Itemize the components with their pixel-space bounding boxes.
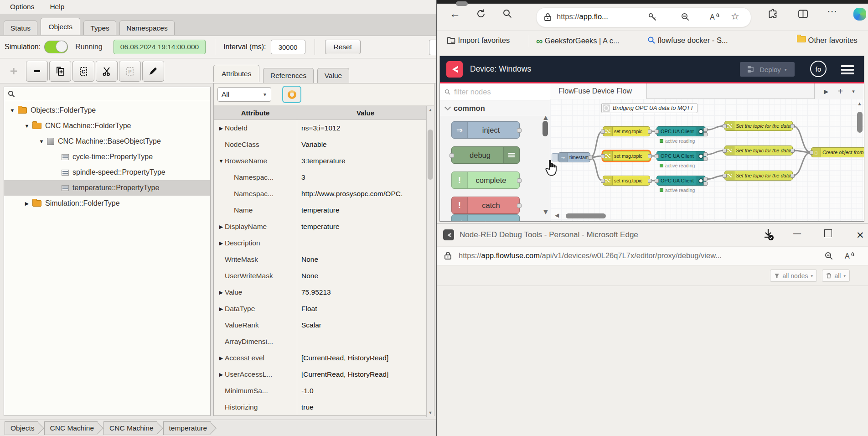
table-row[interactable]: ▶DataTypeFloat xyxy=(214,301,434,317)
input-port[interactable] xyxy=(450,153,454,158)
input-port[interactable] xyxy=(723,174,727,178)
favorite-flowfuse-docker[interactable]: flowfuse docker - S... xyxy=(647,36,728,45)
flow-node-set-msg-topic-3[interactable]: set msg.topic xyxy=(603,176,650,186)
tree-item-spindle-speed[interactable]: spindle-speed::PropertyType xyxy=(4,165,210,180)
palette-scroll-down[interactable]: ▼ xyxy=(542,208,548,216)
canvas-hscroll-thumb[interactable] xyxy=(566,213,606,218)
palette-search[interactable]: filter nodes xyxy=(440,83,550,100)
expander-icon[interactable]: ▶ xyxy=(23,201,31,207)
split-screen-icon[interactable] xyxy=(798,9,808,21)
tab-namespaces[interactable]: Namespaces xyxy=(119,21,174,35)
remove-node-button[interactable] xyxy=(26,61,48,82)
other-favorites-button[interactable]: Other favorites xyxy=(797,36,858,45)
maximize-icon[interactable] xyxy=(824,229,832,237)
vertical-scrollbar[interactable]: ▲ ▼ xyxy=(426,106,434,417)
table-row[interactable]: Namespac...http://www.prosysopc.com/OPC. xyxy=(214,186,434,202)
output-port-2[interactable] xyxy=(703,182,708,186)
flow-node-set-msg-topic-1[interactable]: set msg.topic xyxy=(603,126,650,136)
input-port[interactable] xyxy=(723,124,727,128)
output-port[interactable] xyxy=(790,174,795,178)
tab-status[interactable]: Status xyxy=(4,21,37,35)
search-icon[interactable] xyxy=(502,9,512,21)
copilot-icon[interactable] xyxy=(853,8,866,21)
table-row[interactable]: ▶UserAccessL...[CurrentRead, HistoryRead… xyxy=(214,366,434,383)
tree-item-cnc-object[interactable]: ▼ CNC Machine::BaseObjectType xyxy=(4,134,210,149)
expander-icon[interactable]: ▼ xyxy=(23,123,31,129)
input-port[interactable] xyxy=(655,130,659,134)
breadcrumb-cnc-machine-1[interactable]: CNC Machine xyxy=(44,421,98,435)
expander-icon[interactable]: ▶ xyxy=(217,306,225,312)
import-favorites-button[interactable]: Import favorites xyxy=(447,36,510,45)
tree-item-cnc-folder[interactable]: ▼ CNC Machine::FolderType xyxy=(4,118,210,134)
palette-node-debug[interactable]: debug xyxy=(451,146,520,164)
output-port-1[interactable] xyxy=(703,177,708,181)
input-port[interactable] xyxy=(601,179,605,183)
scrollbar-thumb[interactable] xyxy=(428,130,433,180)
palette-node-complete[interactable]: ! complete xyxy=(451,171,520,189)
reset-button[interactable]: Reset xyxy=(325,40,361,54)
tab-value[interactable]: Value xyxy=(317,68,350,83)
table-row[interactable]: MinimumSa...-1.0 xyxy=(214,383,434,399)
deploy-button[interactable]: Deploy ▾ xyxy=(740,62,795,77)
zoom-out-icon[interactable] xyxy=(824,251,834,263)
breadcrumb-temperature[interactable]: temperature xyxy=(163,421,211,435)
flow-node-opcua-client-3[interactable]: OPC UA Client xyxy=(656,176,706,186)
table-row[interactable]: ValueRankScalar xyxy=(214,317,434,333)
flow-node-set-topic-1[interactable]: Set the topic for the data xyxy=(724,121,793,131)
edit-button[interactable] xyxy=(142,61,164,82)
flow-list-icon[interactable]: ▾ xyxy=(852,88,855,94)
table-row[interactable]: ▼BrowseName3:temperature xyxy=(214,153,434,169)
table-row[interactable]: Nametemperature xyxy=(214,202,434,218)
output-port-2[interactable] xyxy=(703,157,708,161)
table-row[interactable]: ▶DisplayNametemperature xyxy=(214,218,434,235)
flow-tab[interactable]: FlowFuse Device Flow xyxy=(550,83,647,99)
flow-node-set-topic-2[interactable]: Set the topic for the data xyxy=(724,145,793,156)
flow-node-set-topic-3[interactable]: Set the topic for the data xyxy=(724,171,793,181)
read-aloud-icon[interactable]: A xyxy=(709,12,720,24)
password-key-icon[interactable] xyxy=(648,12,657,24)
tree-item-temperature[interactable]: temperature::PropertyType xyxy=(4,180,210,196)
tab-references[interactable]: References xyxy=(263,68,314,83)
menu-options[interactable]: Options xyxy=(10,3,34,11)
paste-button[interactable]: P xyxy=(119,61,141,82)
flow-node-set-msg-topic-2-selected[interactable]: set msg.topic xyxy=(603,151,650,161)
address-bar[interactable]: https://app.flo... A ☆ xyxy=(536,7,751,27)
refresh-icon[interactable] xyxy=(476,9,486,21)
duplicate-node-button[interactable] xyxy=(49,61,71,82)
palette-category-common[interactable]: common xyxy=(440,100,550,116)
output-port[interactable] xyxy=(517,128,522,133)
more-menu-icon[interactable]: ⋯ xyxy=(827,5,837,17)
output-port-1[interactable] xyxy=(703,128,708,132)
main-menu-icon[interactable] xyxy=(841,65,854,74)
favorite-geeksforgeeks[interactable]: ∞ GeeksforGeeks | A c... xyxy=(536,36,620,47)
expander-icon[interactable]: ▼ xyxy=(9,108,16,113)
copy-button[interactable]: C xyxy=(72,61,94,82)
palette-node-status[interactable]: status xyxy=(451,214,520,222)
extensions-icon[interactable] xyxy=(768,9,778,21)
table-row[interactable]: ▶AccessLevel[CurrentRead, HistoryRead] xyxy=(214,350,434,366)
clear-debug-button[interactable]: all ▾ xyxy=(822,270,850,282)
interval-input[interactable] xyxy=(271,40,305,54)
input-port[interactable] xyxy=(809,151,813,155)
expander-icon[interactable]: ▼ xyxy=(217,158,225,164)
input-port[interactable] xyxy=(655,154,659,158)
read-aloud-icon[interactable]: A xyxy=(844,251,855,263)
table-row[interactable]: ▶NodeIdns=3;i=1012 xyxy=(214,120,434,136)
debug-address-bar[interactable]: https://app.flowfuse.com/api/v1/devices/… xyxy=(437,246,868,265)
table-row[interactable]: ▶Description xyxy=(214,235,434,251)
user-avatar[interactable]: fo xyxy=(810,61,827,77)
tab-types[interactable]: Types xyxy=(83,21,116,35)
output-port[interactable] xyxy=(648,130,652,134)
tree-search[interactable] xyxy=(4,87,210,101)
back-icon[interactable]: ← xyxy=(450,7,460,20)
canvas-scroll-up-icon[interactable]: ▲ xyxy=(857,101,862,106)
tab-attributes[interactable]: Attributes xyxy=(213,65,259,82)
add-flow-icon[interactable]: + xyxy=(837,86,843,97)
output-port[interactable] xyxy=(790,149,795,153)
canvas-scroll-left-icon[interactable]: ◀ xyxy=(555,212,559,218)
table-row[interactable]: Historizingtrue xyxy=(214,399,434,415)
canvas-vscroll-thumb[interactable] xyxy=(857,112,863,133)
tree-item-cycle-time[interactable]: cycle-time::PropertyType xyxy=(4,149,210,165)
output-port[interactable] xyxy=(517,203,522,208)
tree-item-objects[interactable]: ▼ Objects::FolderType xyxy=(4,103,210,118)
